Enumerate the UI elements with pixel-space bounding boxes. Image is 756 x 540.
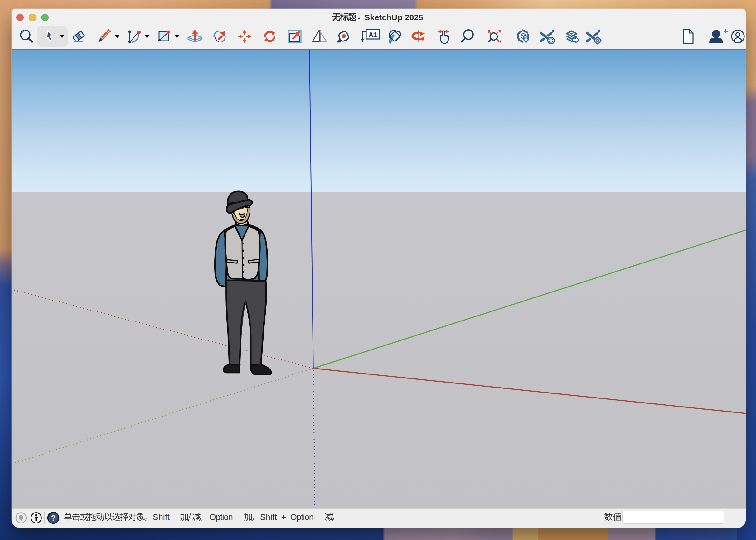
svg-text:A1: A1: [369, 31, 377, 39]
svg-text:+: +: [281, 512, 286, 522]
svg-text:=: =: [238, 512, 243, 522]
svg-text:Shift: Shift: [260, 512, 277, 522]
svg-text:=: =: [318, 512, 323, 522]
svg-text:?: ?: [51, 514, 56, 522]
svg-text:Shift: Shift: [153, 512, 170, 522]
svg-text:Option: Option: [290, 512, 314, 522]
svg-text:Option: Option: [210, 512, 233, 522]
svg-text:=: =: [172, 512, 177, 522]
